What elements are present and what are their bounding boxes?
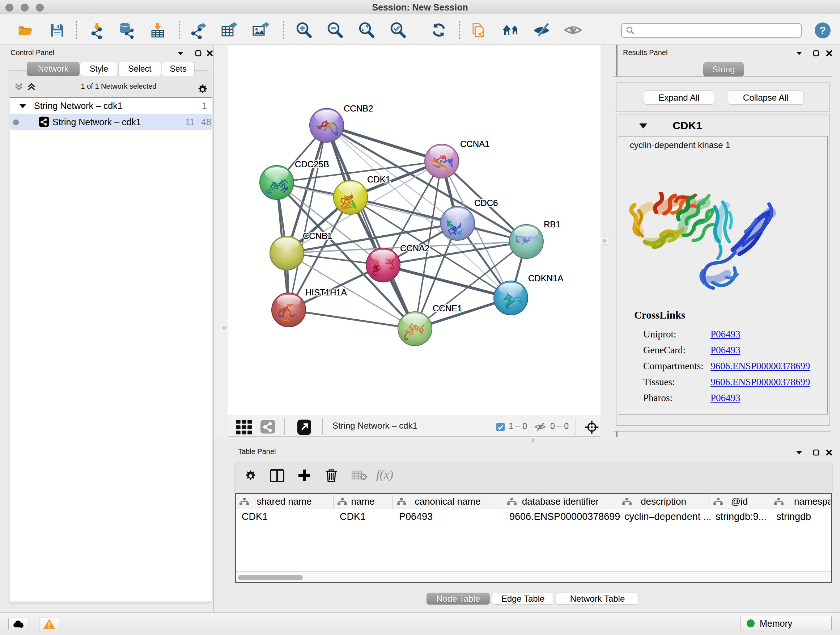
svg-text:CCNE1: CCNE1 <box>433 303 462 313</box>
svg-text:CCNA1: CCNA1 <box>460 139 489 149</box>
svg-text:RB1: RB1 <box>544 219 561 229</box>
svg-text:CCNB2: CCNB2 <box>344 103 373 113</box>
svg-text:CDC6: CDC6 <box>474 198 498 208</box>
svg-text:CDK1: CDK1 <box>367 174 390 184</box>
svg-text:HIST1H1A: HIST1H1A <box>305 287 347 297</box>
svg-text:CDC25B: CDC25B <box>295 159 329 169</box>
svg-text:CCNA2: CCNA2 <box>400 243 429 253</box>
svg-text:CCNB1: CCNB1 <box>303 231 332 241</box>
svg-text:CDKN1A: CDKN1A <box>528 273 563 283</box>
